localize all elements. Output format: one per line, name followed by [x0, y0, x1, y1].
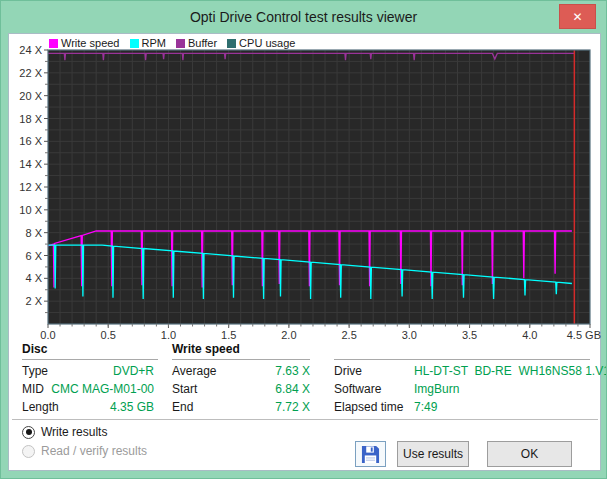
disc-length-value: 4.35 GB [22, 400, 154, 414]
use-results-button[interactable]: Use results [397, 441, 469, 467]
elapsed-time-value: 7:49 [414, 400, 437, 414]
x-tick-label: 2.5 [341, 329, 356, 340]
average-value: 7.63 X [172, 364, 310, 378]
read-verify-results-radio[interactable]: Read / verify results [22, 444, 147, 458]
start-value: 6.84 X [172, 382, 310, 396]
x-tick-label: 4.5 GB [567, 329, 601, 340]
write-speed-section-header: Write speed [172, 342, 240, 356]
read-verify-results-label: Read / verify results [41, 444, 147, 458]
disc-separator [22, 359, 158, 360]
speed-chart: 2 X4 X6 X8 X10 X12 X14 X16 X18 X20 X22 X… [9, 34, 602, 340]
x-tick-label: 1.5 [221, 329, 236, 340]
disc-type-value: DVD+R [22, 364, 154, 378]
x-tick-label: 3.5 [462, 329, 477, 340]
y-tick-label: 8 X [25, 227, 42, 239]
window-content: 2 X4 X6 X8 X10 X12 X14 X16 X18 X20 X22 X… [8, 33, 601, 471]
x-tick-label: 4.0 [522, 329, 537, 340]
disc-mid-value: CMC MAG-M01-00 [22, 382, 154, 396]
end-value: 7.72 X [172, 400, 310, 414]
y-tick-label: 4 X [25, 272, 42, 284]
options-separator [12, 419, 598, 420]
disc-row-type: Type DVD+R [22, 364, 158, 378]
software-value: ImgBurn [414, 382, 459, 396]
write-results-label: Write results [41, 425, 107, 439]
session-separator [334, 359, 590, 360]
y-tick-label: 12 X [19, 181, 42, 193]
write-speed-swatch-icon [49, 39, 58, 48]
y-tick-label: 16 X [19, 135, 42, 147]
y-tick-label: 2 X [25, 295, 42, 307]
radio-selected-icon [22, 426, 35, 439]
x-tick-label: 2.0 [281, 329, 296, 340]
title-bar: Opti Drive Control test results viewer ✕ [1, 1, 606, 33]
radio-unselected-icon [22, 445, 35, 458]
y-tick-label: 22 X [19, 67, 42, 79]
disc-section-header: Disc [22, 342, 47, 356]
disc-row-length: Length 4.35 GB [22, 400, 158, 414]
ok-button[interactable]: OK [487, 441, 572, 467]
write-speed-row-average: Average 7.63 X [172, 364, 310, 378]
app-window: Opti Drive Control test results viewer ✕… [0, 0, 607, 479]
x-tick-label: 1.0 [161, 329, 176, 340]
close-icon: ✕ [572, 10, 582, 24]
session-row-drive: Drive HL-DT-ST BD-RE WH16NS58 1.V1 [334, 364, 590, 378]
legend-item-write-speed: Write speed [49, 37, 120, 49]
x-tick-label: 0.0 [40, 329, 55, 340]
y-tick-label: 18 X [19, 113, 42, 125]
write-speed-row-start: Start 6.84 X [172, 382, 310, 396]
session-row-elapsed-time: Elapsed time 7:49 [334, 400, 590, 414]
write-speed-row-end: End 7.72 X [172, 400, 310, 414]
cpu-usage-swatch-icon [227, 39, 236, 48]
y-tick-label: 24 X [19, 44, 42, 56]
legend-item-cpu-usage: CPU usage [227, 37, 295, 49]
y-tick-label: 14 X [19, 158, 42, 170]
write-results-radio[interactable]: Write results [22, 425, 107, 439]
x-tick-label: 3.0 [402, 329, 417, 340]
legend-item-rpm: RPM [130, 37, 166, 49]
y-tick-label: 20 X [19, 90, 42, 102]
buffer-swatch-icon [176, 39, 185, 48]
chart-legend: Write speed RPM Buffer CPU usage [49, 37, 295, 49]
disc-row-mid: MID CMC MAG-M01-00 [22, 382, 158, 396]
y-tick-label: 6 X [25, 250, 42, 262]
write-speed-separator [172, 359, 310, 360]
save-floppy-icon [361, 445, 380, 464]
legend-item-buffer: Buffer [176, 37, 217, 49]
rpm-swatch-icon [130, 39, 139, 48]
drive-value: HL-DT-ST BD-RE WH16NS58 1.V1 [414, 364, 607, 378]
save-button[interactable] [355, 441, 386, 467]
session-row-software: Software ImgBurn [334, 382, 590, 396]
window-title: Opti Drive Control test results viewer [190, 9, 417, 25]
close-button[interactable]: ✕ [559, 4, 596, 29]
x-tick-label: 0.5 [101, 329, 116, 340]
y-tick-label: 10 X [19, 204, 42, 216]
